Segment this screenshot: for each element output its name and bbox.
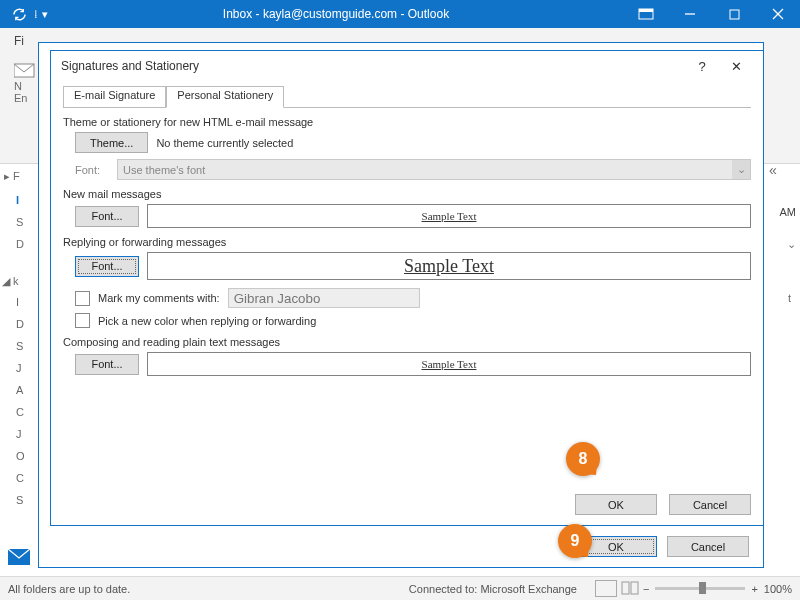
folder-letter[interactable]: I: [16, 296, 25, 318]
sig-ok-button[interactable]: OK: [575, 494, 657, 515]
theme-font-dropdown[interactable]: Use theme's font ⌄: [117, 159, 751, 180]
deleted-item[interactable]: D: [16, 238, 24, 250]
mark-comments-input[interactable]: [228, 288, 420, 308]
plain-text-label: Composing and reading plain text message…: [63, 336, 751, 348]
reply-forward-label: Replying or forwarding messages: [63, 236, 751, 248]
folder-letter[interactable]: O: [16, 450, 25, 472]
pick-color-label: Pick a new color when replying or forwar…: [98, 315, 316, 327]
zoom-percent: 100%: [764, 583, 792, 595]
reply-sample: Sample Text: [147, 252, 751, 280]
zoom-in[interactable]: +: [751, 583, 757, 595]
sent-item[interactable]: S: [16, 216, 23, 228]
dialog-close-button[interactable]: ✕: [719, 59, 753, 74]
svg-rect-3: [730, 10, 739, 19]
titlebar-sep: ⁞: [34, 8, 38, 21]
new-mail-font-button[interactable]: Font...: [75, 206, 139, 227]
zoom-slider[interactable]: [655, 587, 745, 590]
view-normal-icon[interactable]: [595, 580, 617, 597]
status-bar: All folders are up to date. Connected to…: [0, 576, 800, 600]
ribbon-display-icon[interactable]: [624, 0, 668, 28]
reply-font-button[interactable]: Font...: [75, 256, 139, 277]
minimize-button[interactable]: [668, 0, 712, 28]
help-button[interactable]: ?: [685, 59, 719, 74]
close-button[interactable]: [756, 0, 800, 28]
tab-personal-stationery[interactable]: Personal Stationery: [166, 86, 284, 108]
font-label: Font:: [75, 164, 109, 176]
folder-letter[interactable]: A: [16, 384, 25, 406]
plain-sample: Sample Text: [147, 352, 751, 376]
theme-section-label: Theme or stationery for new HTML e-mail …: [63, 116, 751, 128]
window-title: Inbox - kayla@customguide.com - Outlook: [48, 7, 624, 21]
panel-t: t: [788, 292, 791, 304]
folder-letter[interactable]: D: [16, 318, 25, 340]
account-header[interactable]: ◢ k: [2, 275, 19, 288]
zoom-out[interactable]: −: [643, 583, 649, 595]
maximize-button[interactable]: [712, 0, 756, 28]
folder-letter[interactable]: J: [16, 362, 25, 384]
dialog-tabs: E-mail Signature Personal Stationery: [63, 85, 751, 108]
theme-button[interactable]: Theme...: [75, 132, 148, 153]
mail-nav-icon[interactable]: [8, 549, 30, 565]
theme-status: No theme currently selected: [156, 137, 293, 149]
new-mail-sample: Sample Text: [147, 204, 751, 228]
time-am: AM: [780, 206, 797, 218]
folder-letter[interactable]: S: [16, 494, 25, 516]
folder-letter[interactable]: C: [16, 472, 25, 494]
favorites-header[interactable]: ▸ F: [4, 170, 20, 183]
callout-8: 8: [566, 442, 600, 476]
sig-cancel-button[interactable]: Cancel: [669, 494, 751, 515]
svg-rect-8: [631, 582, 638, 594]
folder-letter[interactable]: J: [16, 428, 25, 450]
chevron-down-icon[interactable]: ⌄: [732, 160, 750, 179]
signatures-stationery-dialog: Signatures and Stationery ? ✕ E-mail Sig…: [50, 50, 764, 526]
mark-comments-checkbox[interactable]: [75, 291, 90, 306]
file-tab-fragment[interactable]: Fi: [14, 34, 24, 48]
folder-fragments: IDSJACJOCS: [16, 296, 25, 516]
plain-font-button[interactable]: Font...: [75, 354, 139, 375]
svg-rect-1: [639, 9, 653, 12]
mark-comments-label: Mark my comments with:: [98, 292, 220, 304]
outlook-titlebar: ⁞ ▾ Inbox - kayla@customguide.com - Outl…: [0, 0, 800, 28]
svg-rect-7: [622, 582, 629, 594]
status-folders: All folders are up to date.: [8, 583, 130, 595]
folder-letter[interactable]: S: [16, 340, 25, 362]
theme-font-value: Use theme's font: [123, 164, 205, 176]
collapse-icon[interactable]: «: [769, 162, 777, 178]
chevron-down-icon[interactable]: ⌄: [787, 238, 796, 251]
zoom-control[interactable]: − + 100%: [643, 583, 792, 595]
options-cancel-button[interactable]: Cancel: [667, 536, 749, 557]
tab-email-signature[interactable]: E-mail Signature: [63, 86, 166, 108]
dialog-title: Signatures and Stationery: [61, 59, 199, 73]
new-mail-label: New mail messages: [63, 188, 751, 200]
folder-letter[interactable]: C: [16, 406, 25, 428]
pick-color-checkbox[interactable]: [75, 313, 90, 328]
sync-icon[interactable]: [8, 3, 30, 25]
new-email-fragment: N En: [14, 62, 36, 104]
callout-9: 9: [558, 524, 592, 558]
status-connected: Connected to: Microsoft Exchange: [409, 583, 577, 595]
inbox-item[interactable]: I: [16, 194, 19, 206]
view-reading-icon[interactable]: [621, 581, 641, 596]
